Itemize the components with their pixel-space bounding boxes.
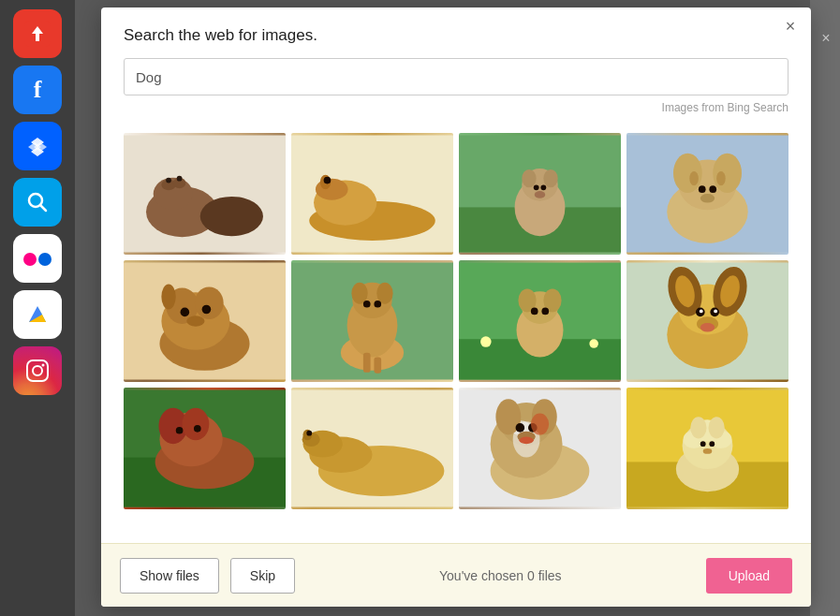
search-input[interactable] <box>124 58 788 95</box>
sidebar-icon-upload[interactable] <box>13 9 62 58</box>
image-result[interactable] <box>626 133 788 255</box>
svg-point-64 <box>363 301 371 308</box>
svg-point-129 <box>700 441 706 447</box>
files-chosen-text: You've chosen 0 files <box>306 568 695 583</box>
svg-point-34 <box>522 169 536 187</box>
sidebar-icon-web-search[interactable] <box>13 178 62 227</box>
bing-credit: Images from Bing Search <box>124 95 788 114</box>
svg-point-98 <box>176 427 184 434</box>
show-files-button[interactable]: Show files <box>120 558 219 594</box>
svg-point-38 <box>535 191 546 198</box>
upload-button[interactable]: Upload <box>706 558 792 594</box>
svg-point-37 <box>540 184 546 190</box>
modal-title: Search the web for images. <box>124 26 788 45</box>
svg-point-78 <box>541 308 549 315</box>
svg-point-29 <box>324 177 332 184</box>
svg-point-18 <box>200 197 263 236</box>
svg-point-65 <box>374 301 381 308</box>
image-search-modal: × Search the web for images. Images from… <box>101 7 811 607</box>
modal-footer: Show files Skip You've chosen 0 files Up… <box>101 543 811 607</box>
svg-point-119 <box>531 414 549 435</box>
sidebar-icon-flickr[interactable] <box>13 234 62 283</box>
image-result[interactable] <box>291 260 453 382</box>
sidebar-icon-instagram[interactable] <box>13 346 62 395</box>
image-result[interactable] <box>124 260 286 382</box>
svg-point-55 <box>202 305 212 315</box>
svg-point-42 <box>673 154 702 193</box>
svg-point-130 <box>709 441 715 447</box>
image-result[interactable] <box>459 133 621 255</box>
right-panel: × <box>810 0 840 616</box>
svg-point-36 <box>534 184 539 190</box>
svg-point-54 <box>181 308 190 317</box>
svg-point-99 <box>194 425 201 433</box>
image-grid-container <box>101 125 811 543</box>
svg-rect-13 <box>27 360 48 381</box>
image-result[interactable] <box>459 260 621 382</box>
svg-point-45 <box>709 185 716 193</box>
svg-point-43 <box>713 154 742 193</box>
image-result[interactable] <box>124 388 286 509</box>
svg-point-91 <box>700 323 715 332</box>
image-result[interactable] <box>124 133 286 255</box>
svg-point-127 <box>690 417 706 438</box>
svg-point-35 <box>543 169 557 187</box>
svg-rect-66 <box>363 353 371 373</box>
sidebar-icon-facebook[interactable]: f <box>13 66 62 114</box>
svg-point-71 <box>589 339 598 348</box>
svg-point-115 <box>516 423 525 433</box>
svg-point-48 <box>716 171 726 185</box>
modal-header: Search the web for images. Images from B… <box>101 7 811 125</box>
svg-rect-67 <box>374 357 381 373</box>
svg-point-57 <box>161 285 175 310</box>
svg-point-106 <box>306 431 312 436</box>
svg-point-22 <box>166 178 171 183</box>
image-result[interactable] <box>459 388 621 509</box>
image-result[interactable] <box>291 388 453 509</box>
svg-point-131 <box>703 448 713 454</box>
image-result[interactable] <box>626 260 788 382</box>
sidebar: f <box>0 0 75 616</box>
svg-point-118 <box>519 437 533 445</box>
right-panel-close[interactable]: × <box>816 28 836 49</box>
svg-point-89 <box>714 310 717 314</box>
modal-close-button[interactable]: × <box>779 15 802 37</box>
svg-point-97 <box>182 408 209 441</box>
sidebar-icon-dropbox[interactable] <box>13 122 62 170</box>
svg-point-88 <box>700 310 703 314</box>
svg-point-77 <box>531 308 538 315</box>
svg-point-46 <box>700 194 715 203</box>
svg-point-15 <box>42 364 45 367</box>
svg-point-53 <box>195 286 224 319</box>
image-grid <box>124 133 788 509</box>
image-result[interactable] <box>626 388 788 509</box>
image-result[interactable] <box>291 133 453 255</box>
svg-point-70 <box>480 336 492 347</box>
svg-point-14 <box>33 366 42 375</box>
svg-point-56 <box>186 315 204 327</box>
sidebar-icon-google-drive[interactable] <box>13 290 62 339</box>
skip-button[interactable]: Skip <box>230 558 295 594</box>
svg-point-23 <box>177 176 183 182</box>
svg-point-47 <box>689 171 699 185</box>
svg-point-128 <box>708 417 724 438</box>
svg-line-6 <box>40 205 46 211</box>
svg-point-44 <box>699 185 706 193</box>
